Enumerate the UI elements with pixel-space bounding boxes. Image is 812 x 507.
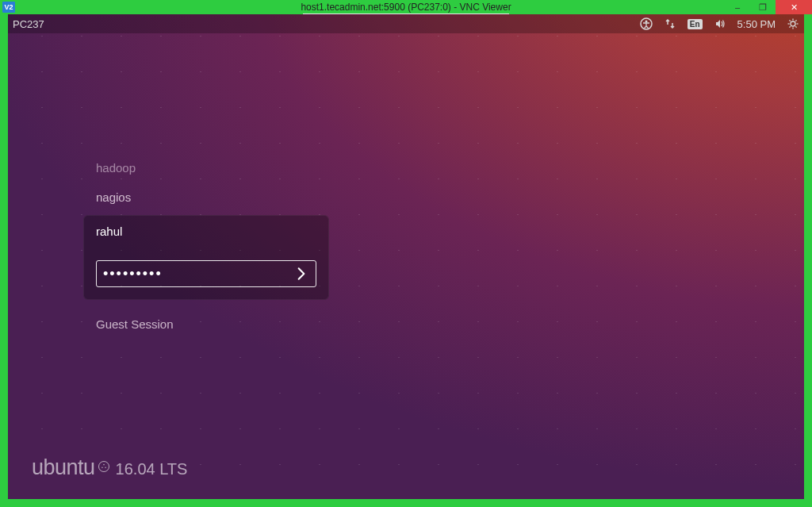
password-input[interactable] xyxy=(103,266,287,282)
ubuntu-topbar: PC237 En 5:50 PM xyxy=(8,14,804,33)
svg-point-1 xyxy=(645,21,647,23)
vnc-viewport: PC237 En 5:50 PM hadoop xyxy=(0,14,812,507)
brand-version: 16.04 LTS xyxy=(116,460,188,478)
user-item-hadoop[interactable]: hadoop xyxy=(83,153,329,182)
sound-icon[interactable] xyxy=(714,17,726,30)
clock[interactable]: 5:50 PM xyxy=(737,18,776,30)
minimize-button[interactable]: – xyxy=(725,0,750,14)
accessibility-icon[interactable] xyxy=(640,17,653,30)
vnc-app-icon: V2 xyxy=(2,2,15,13)
ubuntu-brand: ubuntu 16.04 LTS xyxy=(32,455,187,480)
svg-line-8 xyxy=(795,26,796,27)
network-icon[interactable] xyxy=(664,17,676,30)
vnc-window-title: host1.tecadmin.net:5900 (PC237:0) - VNC … xyxy=(301,2,511,13)
brand-cof-icon xyxy=(98,461,109,472)
ubuntu-login-screen: PC237 En 5:50 PM hadoop xyxy=(8,14,804,499)
guest-session[interactable]: Guest Session xyxy=(83,309,329,339)
power-gear-icon[interactable] xyxy=(787,17,799,30)
maximize-button[interactable]: ❐ xyxy=(750,0,776,14)
password-row xyxy=(96,260,316,287)
vnc-titlebar: V2 host1.tecadmin.net:5900 (PC237:0) - V… xyxy=(0,0,812,14)
vnc-window-controls: – ❐ ✕ xyxy=(725,0,812,14)
svg-point-11 xyxy=(103,464,105,466)
hostname-label: PC237 xyxy=(13,18,44,30)
selected-user-box: rahul xyxy=(83,215,329,300)
svg-point-2 xyxy=(791,21,795,26)
svg-point-13 xyxy=(105,467,106,468)
user-item-nagios[interactable]: nagios xyxy=(83,182,329,212)
close-button[interactable]: ✕ xyxy=(776,0,812,14)
brand-name: ubuntu xyxy=(32,455,95,480)
system-tray: En 5:50 PM xyxy=(640,17,799,30)
selected-username: rahul xyxy=(96,225,316,238)
svg-line-10 xyxy=(789,26,790,27)
language-indicator[interactable]: En xyxy=(688,19,703,29)
svg-line-7 xyxy=(789,20,790,21)
user-list: hadoop nagios rahul Guest Session xyxy=(83,153,329,339)
svg-line-9 xyxy=(795,20,796,21)
login-submit-button[interactable] xyxy=(287,261,316,286)
chevron-right-icon xyxy=(293,266,309,282)
svg-point-12 xyxy=(102,467,103,468)
